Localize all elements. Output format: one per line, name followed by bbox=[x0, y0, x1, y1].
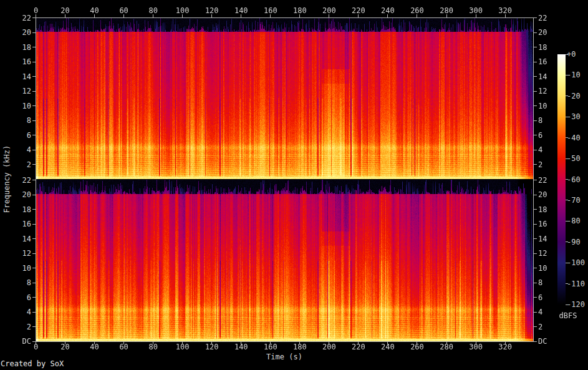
time-tick-label: 320 bbox=[493, 7, 518, 14]
frequency-tick bbox=[534, 105, 537, 106]
frequency-tick bbox=[32, 150, 36, 150]
frequency-tick bbox=[32, 180, 36, 180]
frequency-tick bbox=[32, 224, 36, 225]
frequency-tick-label: 18 bbox=[538, 206, 547, 213]
time-tick-label: 140 bbox=[229, 7, 254, 14]
time-tick-label: 120 bbox=[200, 343, 224, 351]
frequency-tick-label: 4 bbox=[538, 308, 542, 316]
frequency-tick-label: 6 bbox=[6, 294, 31, 301]
time-tick-label: 300 bbox=[463, 343, 488, 351]
frequency-tick bbox=[534, 47, 537, 47]
frequency-tick-label: 8 bbox=[538, 117, 542, 124]
creator-credit: Created by SoX bbox=[1, 360, 64, 368]
time-tick-label: 320 bbox=[493, 343, 518, 351]
frequency-tick bbox=[534, 238, 537, 239]
frequency-tick-label: 18 bbox=[538, 44, 547, 51]
frequency-tick-label: 6 bbox=[6, 132, 31, 139]
frequency-tick-label: 18 bbox=[6, 44, 31, 51]
frequency-tick-label: 20 bbox=[538, 29, 547, 36]
frequency-tick bbox=[534, 62, 537, 62]
frequency-tick-label: 16 bbox=[6, 58, 31, 66]
frequency-tick bbox=[32, 91, 36, 92]
time-tick-label: 160 bbox=[258, 7, 283, 14]
level-tick-label: -40 bbox=[567, 134, 581, 142]
time-tick-label: 80 bbox=[141, 343, 166, 351]
time-tick-label: 240 bbox=[375, 343, 400, 351]
frequency-tick bbox=[534, 91, 537, 92]
frequency-tick bbox=[32, 120, 36, 121]
frequency-axis-title: Frequency (kHz) bbox=[3, 145, 11, 213]
frequency-tick bbox=[32, 62, 36, 62]
frequency-tick bbox=[534, 195, 537, 195]
frequency-tick bbox=[32, 326, 36, 327]
frequency-tick bbox=[32, 341, 36, 342]
frequency-tick-label: 20 bbox=[6, 29, 31, 36]
level-tick-label: -120 bbox=[567, 301, 585, 308]
frequency-tick bbox=[32, 312, 36, 313]
colorbar bbox=[557, 54, 566, 304]
level-tick-label: -30 bbox=[567, 113, 581, 120]
level-tick-label: -20 bbox=[567, 92, 581, 100]
frequency-tick bbox=[534, 209, 537, 210]
frequency-tick bbox=[534, 135, 537, 135]
time-tick-label: 300 bbox=[463, 7, 488, 14]
frequency-tick-label: 20 bbox=[538, 191, 547, 198]
level-tick-label: -110 bbox=[567, 280, 585, 288]
frequency-tick-label: 16 bbox=[538, 58, 547, 66]
frequency-tick bbox=[32, 76, 36, 77]
time-tick-label: 80 bbox=[141, 7, 166, 14]
frequency-tick bbox=[534, 283, 537, 283]
frequency-tick bbox=[32, 135, 36, 135]
frequency-tick bbox=[32, 283, 36, 283]
level-tick-label: -60 bbox=[567, 176, 581, 183]
frequency-tick-label: 22 bbox=[6, 14, 31, 22]
frequency-tick bbox=[534, 17, 537, 18]
frequency-tick bbox=[534, 341, 537, 342]
frequency-tick-label: 10 bbox=[6, 102, 31, 110]
colorbar-unit-label: dBFS bbox=[559, 312, 577, 319]
time-tick-label: 180 bbox=[287, 343, 312, 351]
frequency-tick bbox=[534, 224, 537, 225]
frequency-tick-label: 12 bbox=[538, 250, 547, 257]
frequency-tick bbox=[32, 47, 36, 47]
level-tick-label: -90 bbox=[567, 238, 581, 246]
level-tick-label: -70 bbox=[567, 197, 581, 204]
plot-frame-left bbox=[36, 17, 36, 342]
spectrogram-channel-1 bbox=[36, 17, 533, 179]
time-tick-label: 180 bbox=[287, 7, 312, 14]
spectrogram-channel-2 bbox=[36, 180, 533, 341]
frequency-tick bbox=[534, 326, 537, 327]
frequency-tick-label: 14 bbox=[538, 73, 547, 80]
time-tick-label: 260 bbox=[405, 7, 430, 14]
time-tick-label: 60 bbox=[112, 7, 137, 14]
frequency-tick-label: 2 bbox=[6, 323, 31, 331]
time-tick-label: 160 bbox=[258, 343, 283, 351]
level-tick-label: -100 bbox=[567, 259, 585, 266]
frequency-tick bbox=[32, 209, 36, 210]
time-tick-label: 260 bbox=[405, 343, 430, 351]
level-tick-label: -50 bbox=[567, 155, 581, 162]
frequency-tick-label: 22 bbox=[538, 14, 547, 22]
frequency-tick bbox=[534, 32, 537, 33]
frequency-tick-label: 10 bbox=[538, 102, 547, 110]
frequency-tick bbox=[32, 238, 36, 239]
time-tick-label: 280 bbox=[434, 343, 459, 351]
frequency-tick-label: 12 bbox=[6, 87, 31, 95]
frequency-tick bbox=[32, 105, 36, 106]
time-tick-label: 280 bbox=[434, 7, 459, 14]
frequency-tick-label: 16 bbox=[538, 220, 547, 228]
frequency-tick bbox=[534, 76, 537, 77]
frequency-tick-label: 14 bbox=[538, 235, 547, 243]
time-tick-label: 100 bbox=[170, 343, 195, 351]
frequency-tick-label: 4 bbox=[538, 146, 542, 153]
time-tick-label: 40 bbox=[82, 7, 107, 14]
time-tick-label: 240 bbox=[375, 7, 400, 14]
frequency-tick bbox=[534, 120, 537, 121]
frequency-tick bbox=[534, 164, 537, 165]
frequency-tick bbox=[32, 17, 36, 18]
frequency-tick bbox=[32, 297, 36, 298]
frequency-tick-label: 8 bbox=[6, 279, 31, 286]
frequency-tick bbox=[32, 195, 36, 195]
frequency-tick-label: 14 bbox=[6, 73, 31, 80]
plot-frame-bottom bbox=[36, 341, 534, 342]
